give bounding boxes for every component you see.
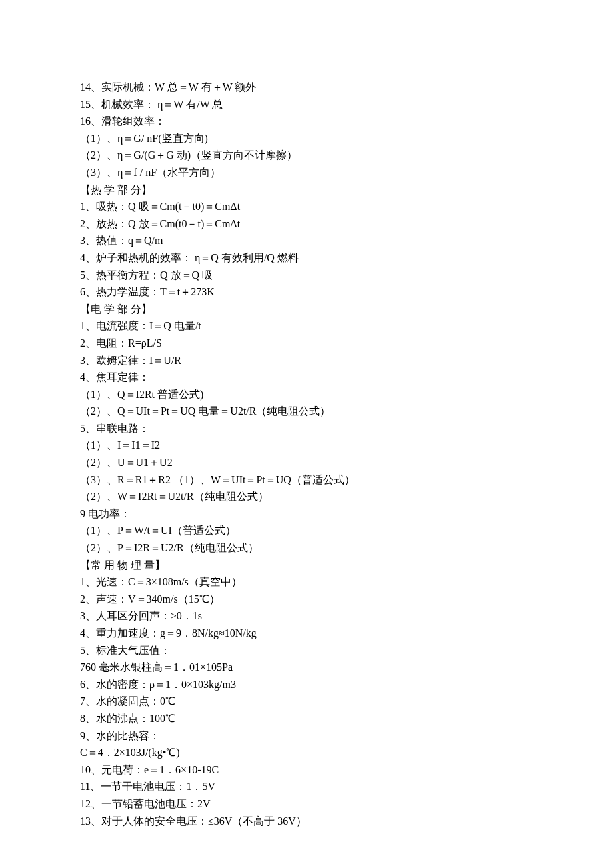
- text-line: 7、水的凝固点：0℃: [80, 693, 533, 710]
- text-line: 12、一节铅蓄电池电压：2V: [80, 795, 533, 813]
- text-line: 9 电功率：: [80, 505, 533, 523]
- text-line: 5、热平衡方程：Q 放＝Q 吸: [80, 267, 533, 284]
- text-line: 1、光速：C＝3×108m/s（真空中）: [80, 573, 533, 591]
- text-line: （2）、Q＝UIt＝Pt＝UQ 电量＝U2t/R（纯电阻公式）: [80, 403, 533, 420]
- text-line: 1、电流强度：I＝Q 电量/t: [80, 317, 533, 335]
- text-line: 13、对于人体的安全电压：≤36V（不高于 36V）: [80, 813, 533, 830]
- text-line: 8、水的沸点：100℃: [80, 710, 533, 727]
- text-line: 6、热力学温度：T＝t＋273K: [80, 283, 533, 301]
- text-line: 4、炉子和热机的效率： η＝Q 有效利用/Q 燃料: [80, 249, 533, 267]
- text-line: 11、一节干电池电压：1．5V: [80, 778, 533, 795]
- text-line: 2、放热：Q 放＝Cm(t0－t)＝CmΔt: [80, 215, 533, 233]
- text-line: 10、元电荷：e＝1．6×10-19C: [80, 761, 533, 779]
- text-line: C＝4．2×103J/(kg•℃): [80, 744, 533, 761]
- text-line: 1、吸热：Q 吸＝Cm(t－t0)＝CmΔt: [80, 198, 533, 215]
- text-line: （2）、P＝I2R＝U2/R（纯电阻公式）: [80, 539, 533, 557]
- text-line: 5、标准大气压值：: [80, 642, 533, 659]
- section-heading: 【热 学 部 分】: [80, 181, 533, 199]
- text-line: （1）、I＝I1＝I2: [80, 437, 533, 454]
- text-line: 5、串联电路：: [80, 420, 533, 437]
- text-line: （1）、η＝G/ nF(竖直方向): [80, 130, 533, 147]
- text-line: 6、水的密度：ρ＝1．0×103kg/m3: [80, 676, 533, 693]
- document-page: 14、实际机械：W 总＝W 有＋W 额外 15、机械效率： η＝W 有/W 总 …: [0, 0, 613, 868]
- section-heading: 【常 用 物 理 量】: [80, 557, 533, 574]
- text-line: 3、欧姆定律：I＝U/R: [80, 352, 533, 369]
- section-heading: 【电 学 部 分】: [80, 301, 533, 318]
- text-line: 2、电阻：R=ρL/S: [80, 335, 533, 352]
- text-line: 4、焦耳定律：: [80, 369, 533, 386]
- text-line: （3）、R＝R1＋R2 （1）、W＝UIt＝Pt＝UQ（普适公式）: [80, 471, 533, 489]
- text-line: （3）、η＝f / nF（水平方向）: [80, 164, 533, 181]
- text-line: （1）、P＝W/t＝UI（普适公式）: [80, 522, 533, 539]
- text-line: 4、重力加速度：g＝9．8N/kg≈10N/kg: [80, 625, 533, 642]
- text-line: 3、热值：q＝Q/m: [80, 232, 533, 249]
- text-line: 9、水的比热容：: [80, 727, 533, 745]
- text-line: 760 毫米水银柱高＝1．01×105Pa: [80, 659, 533, 676]
- text-line: 2、声速：V＝340m/s（15℃）: [80, 591, 533, 608]
- text-line: （2）、U＝U1＋U2: [80, 454, 533, 471]
- text-line: 3、人耳区分回声：≥0．1s: [80, 607, 533, 625]
- text-line: （2）、W＝I2Rt＝U2t/R（纯电阻公式）: [80, 488, 533, 505]
- text-line: 16、滑轮组效率：: [80, 113, 533, 130]
- text-line: 14、实际机械：W 总＝W 有＋W 额外: [80, 79, 533, 96]
- text-line: （2）、η＝G/(G＋G 动)（竖直方向不计摩擦）: [80, 147, 533, 164]
- text-line: （1）、Q＝I2Rt 普适公式): [80, 386, 533, 403]
- text-line: 15、机械效率： η＝W 有/W 总: [80, 96, 533, 113]
